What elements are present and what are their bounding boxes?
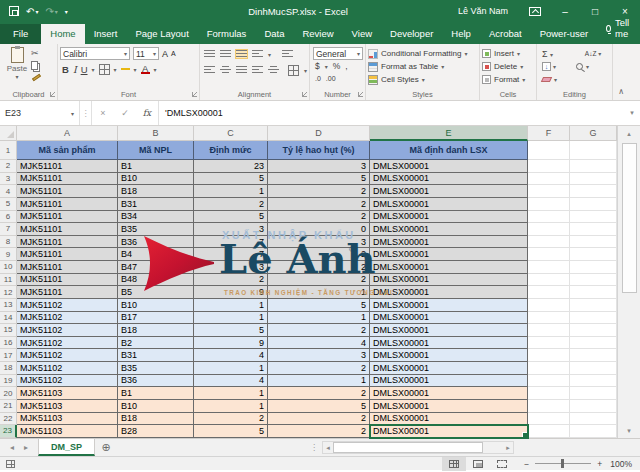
tab-file[interactable]: File bbox=[0, 24, 41, 44]
cell-D6[interactable]: 2 bbox=[268, 211, 370, 224]
cell-B3[interactable]: B10 bbox=[118, 173, 194, 186]
cell-A22[interactable]: MJK51103 bbox=[17, 413, 118, 426]
col-header-A[interactable]: A bbox=[17, 126, 118, 141]
tab-developer[interactable]: Developer bbox=[381, 24, 442, 44]
cell-C19[interactable]: 4 bbox=[194, 375, 268, 388]
row-header-13[interactable]: 13 bbox=[0, 299, 17, 312]
cell-B22[interactable]: B18 bbox=[118, 413, 194, 426]
font-color-button[interactable]: A bbox=[141, 65, 150, 74]
vertical-scrollbar[interactable]: ▴ ▾ bbox=[617, 126, 640, 438]
new-sheet-button[interactable]: ⊕ bbox=[95, 439, 117, 456]
cell-G17[interactable] bbox=[570, 349, 617, 362]
col-header-B[interactable]: B bbox=[118, 126, 194, 141]
cell-C17[interactable]: 4 bbox=[194, 349, 268, 362]
alignment-dialog-launcher[interactable] bbox=[302, 92, 307, 97]
cell-A11[interactable]: MJK51101 bbox=[17, 274, 118, 287]
tab-insert[interactable]: Insert bbox=[85, 24, 127, 44]
cell-G5[interactable] bbox=[570, 198, 617, 211]
insert-cells-button[interactable]: Insert▾ bbox=[482, 47, 534, 60]
cell-B21[interactable]: B10 bbox=[118, 400, 194, 413]
cell-F14[interactable] bbox=[528, 312, 570, 325]
tab-help[interactable]: Help bbox=[442, 24, 480, 44]
cell-B5[interactable]: B31 bbox=[118, 198, 194, 211]
find-select-button[interactable]: ▾ bbox=[576, 63, 610, 70]
font-name-select[interactable]: Calibri▾ bbox=[60, 47, 130, 60]
cell-D18[interactable]: 2 bbox=[268, 362, 370, 375]
copy-button[interactable] bbox=[31, 61, 38, 70]
cell-D10[interactable]: 2 bbox=[268, 261, 370, 274]
cell-D16[interactable]: 4 bbox=[268, 337, 370, 350]
align-left-icon[interactable] bbox=[204, 66, 215, 74]
cell-E20[interactable]: DMLSX00001 bbox=[370, 387, 528, 400]
customize-qat-button[interactable]: ▾ bbox=[65, 8, 68, 15]
grow-font-button[interactable]: A bbox=[162, 49, 168, 59]
scroll-down-icon[interactable]: ▾ bbox=[618, 423, 640, 438]
cell-F13[interactable] bbox=[528, 299, 570, 312]
cell-C10[interactable]: 3 bbox=[194, 261, 268, 274]
cell-E19[interactable]: DMLSX00001 bbox=[370, 375, 528, 388]
cell-C6[interactable]: 5 bbox=[194, 211, 268, 224]
comma-style-button[interactable]: , bbox=[345, 61, 347, 71]
cell-D4[interactable]: 2 bbox=[268, 185, 370, 198]
cell-G22[interactable] bbox=[570, 413, 617, 426]
expand-formula-bar-button[interactable]: ▾ bbox=[624, 101, 640, 125]
cell-E12[interactable]: DMLSX00001 bbox=[370, 286, 528, 299]
row-header-20[interactable]: 20 bbox=[0, 387, 17, 400]
row-header-10[interactable]: 10 bbox=[0, 261, 17, 274]
cell-E7[interactable]: DMLSX00001 bbox=[370, 223, 528, 236]
orientation-icon[interactable] bbox=[252, 50, 263, 58]
cell-B10[interactable]: B47 bbox=[118, 261, 194, 274]
cell-C13[interactable]: 1 bbox=[194, 299, 268, 312]
cell-D14[interactable]: 1 bbox=[268, 312, 370, 325]
page-break-view-button[interactable] bbox=[490, 457, 514, 471]
cell-D3[interactable]: 5 bbox=[268, 173, 370, 186]
zoom-out-button[interactable]: − bbox=[524, 459, 529, 469]
cell-G9[interactable] bbox=[570, 248, 617, 261]
align-center-icon[interactable] bbox=[220, 66, 231, 74]
cell-G15[interactable] bbox=[570, 324, 617, 337]
vertical-scroll-thumb[interactable] bbox=[622, 143, 637, 293]
row-header-2[interactable]: 2 bbox=[0, 160, 17, 173]
cell-D11[interactable]: 2 bbox=[268, 274, 370, 287]
cell-F12[interactable] bbox=[528, 286, 570, 299]
header-cell-B1[interactable]: Mã NPL bbox=[118, 141, 194, 160]
header-cell-E1[interactable]: Mã định danh LSX bbox=[370, 141, 528, 160]
row-header-12[interactable]: 12 bbox=[0, 286, 17, 299]
zoom-level[interactable]: 100% bbox=[610, 459, 632, 469]
cell-D9[interactable]: 2 bbox=[268, 248, 370, 261]
cell-B6[interactable]: B34 bbox=[118, 211, 194, 224]
cell-G23[interactable] bbox=[570, 425, 617, 438]
cell-C14[interactable]: 1 bbox=[194, 312, 268, 325]
cell-F11[interactable] bbox=[528, 274, 570, 287]
row-header-16[interactable]: 16 bbox=[0, 337, 17, 350]
increase-decimal-button[interactable]: .0 bbox=[315, 75, 321, 82]
cell-A12[interactable]: MJK51101 bbox=[17, 286, 118, 299]
cell-B16[interactable]: B2 bbox=[118, 337, 194, 350]
cell-G12[interactable] bbox=[570, 286, 617, 299]
cell-G13[interactable] bbox=[570, 299, 617, 312]
sheet-nav-right-icon[interactable]: ▸ bbox=[24, 443, 28, 452]
cell-D21[interactable]: 5 bbox=[268, 400, 370, 413]
italic-button[interactable]: I bbox=[73, 64, 77, 75]
sheet-tab-dm-sp[interactable]: DM_SP bbox=[38, 439, 95, 456]
cell-A23[interactable]: MJK51103 bbox=[17, 425, 118, 438]
cell-D13[interactable]: 5 bbox=[268, 299, 370, 312]
cell-E11[interactable]: DMLSX00001 bbox=[370, 274, 528, 287]
tell-me-box[interactable]: Tell me bbox=[597, 13, 640, 44]
cell-C8[interactable]: 7 bbox=[194, 236, 268, 249]
cell-G11[interactable] bbox=[570, 274, 617, 287]
font-size-select[interactable]: 11▾ bbox=[133, 47, 159, 60]
cell-A4[interactable]: MJK51101 bbox=[17, 185, 118, 198]
cell-C15[interactable]: 5 bbox=[194, 324, 268, 337]
page-layout-view-button[interactable] bbox=[466, 457, 490, 471]
cell-F17[interactable] bbox=[528, 349, 570, 362]
row-header-8[interactable]: 8 bbox=[0, 236, 17, 249]
cell-D23[interactable]: 2 bbox=[268, 425, 370, 438]
cell-G21[interactable] bbox=[570, 400, 617, 413]
cell-B12[interactable]: B5 bbox=[118, 286, 194, 299]
merge-center-icon[interactable] bbox=[288, 65, 299, 76]
formula-input[interactable]: 'DMLSX00001 bbox=[158, 101, 624, 125]
scroll-left-icon[interactable]: ◂ bbox=[323, 444, 333, 452]
redo-button[interactable]: ↷▾ bbox=[45, 6, 57, 17]
row-header-4[interactable]: 4 bbox=[0, 185, 17, 198]
